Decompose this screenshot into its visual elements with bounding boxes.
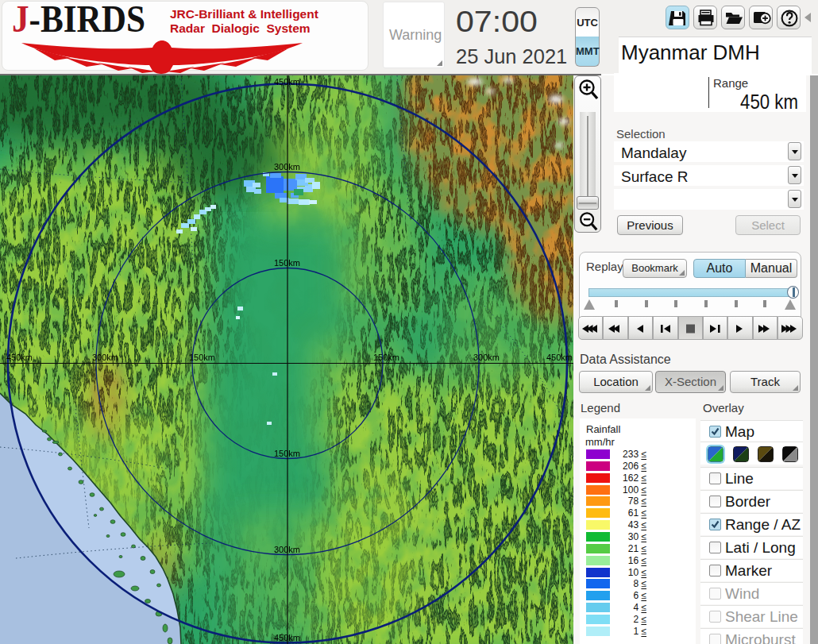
svg-text:450km: 450km bbox=[6, 353, 33, 362]
svg-text:300km: 300km bbox=[473, 353, 500, 362]
svg-text:450km: 450km bbox=[274, 633, 300, 642]
svg-text:150km: 150km bbox=[373, 353, 399, 362]
svg-text:300km: 300km bbox=[92, 353, 118, 362]
svg-text:450km: 450km bbox=[274, 77, 300, 87]
svg-text:300km: 300km bbox=[274, 162, 300, 172]
svg-text:150km: 150km bbox=[274, 449, 300, 458]
svg-text:300km: 300km bbox=[274, 545, 300, 554]
svg-text:450km: 450km bbox=[546, 353, 573, 362]
svg-text:150km: 150km bbox=[189, 353, 215, 362]
svg-text:150km: 150km bbox=[274, 258, 300, 268]
